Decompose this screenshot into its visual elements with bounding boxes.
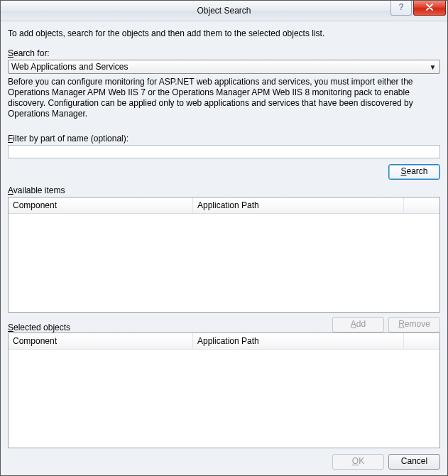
help-button[interactable]: ?	[390, 1, 412, 16]
selected-objects-body	[9, 350, 439, 448]
search-for-dropdown[interactable]: Web Applications and Services ▼	[8, 60, 440, 74]
selected-objects-header: Component Application Path	[9, 333, 439, 350]
mid-action-row: Selected objects Add Remove	[8, 313, 440, 332]
titlebar[interactable]: Object Search ?	[1, 1, 447, 21]
selected-objects-list[interactable]: Component Application Path	[8, 332, 440, 448]
selected-col-apppath[interactable]: Application Path	[193, 333, 404, 349]
selected-col-component[interactable]: Component	[9, 333, 193, 349]
available-col-apppath[interactable]: Application Path	[193, 198, 404, 213]
close-button[interactable]	[413, 1, 446, 16]
title-button-group: ?	[390, 1, 446, 16]
available-col-spacer[interactable]	[404, 198, 439, 213]
window-title: Object Search	[1, 6, 447, 16]
object-search-window: Object Search ? To add objects, search f…	[0, 0, 448, 476]
add-button: Add	[332, 317, 384, 332]
selected-objects-label: Selected objects	[8, 323, 70, 332]
selected-col-spacer[interactable]	[404, 333, 439, 349]
chevron-down-icon: ▼	[427, 63, 438, 71]
remove-button: Remove	[388, 317, 440, 332]
intro-text: To add objects, search for the objects a…	[8, 28, 440, 38]
available-items-label: Available items	[8, 185, 440, 195]
dropdown-selected-text: Web Applications and Services	[11, 62, 427, 72]
available-items-body	[9, 214, 439, 312]
available-col-component[interactable]: Component	[9, 198, 193, 213]
available-items-list[interactable]: Component Application Path	[8, 197, 440, 313]
filter-label: Filter by part of name (optional):	[8, 134, 440, 144]
client-area: To add objects, search for the objects a…	[1, 21, 447, 475]
available-items-header: Component Application Path	[9, 198, 439, 214]
close-icon	[425, 1, 434, 11]
search-button-rest: earch	[406, 166, 427, 176]
search-button[interactable]: Search	[388, 164, 440, 180]
search-row: Search	[8, 158, 440, 183]
help-icon: ?	[399, 2, 404, 12]
description-text: Before you can configure monitoring for …	[8, 74, 440, 129]
filter-input[interactable]	[8, 145, 440, 158]
dialog-button-row: OK Cancel	[8, 448, 440, 470]
search-for-label: Search for:	[8, 48, 440, 58]
ok-button: OK	[332, 454, 384, 470]
cancel-button[interactable]: Cancel	[388, 454, 440, 470]
